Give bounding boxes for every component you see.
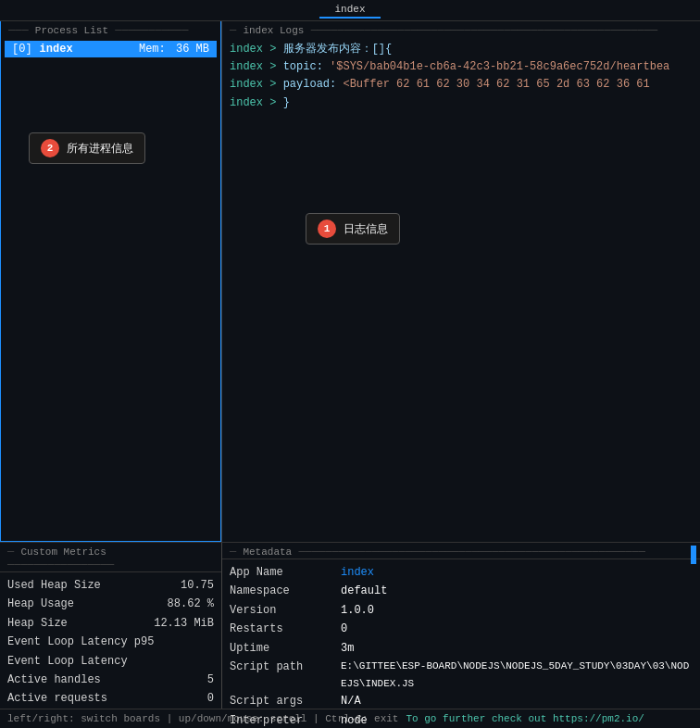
metrics-header: ─ Custom Metrics ────────────────	[0, 543, 221, 572]
metadata-field-value: 0	[341, 620, 347, 638]
metadata-field-key: Uptime	[230, 639, 341, 658]
tooltip-text-1: 日志信息	[344, 221, 388, 237]
metadata-field-key: Restarts	[230, 620, 341, 638]
metric-label: Event Loop Latency p95	[7, 633, 154, 651]
metric-row: Heap Size12.13 MiB	[7, 614, 214, 633]
logs-title: index Logs	[243, 25, 304, 36]
metadata-field-value: node	[341, 711, 368, 728]
metadata-blue-indicator	[691, 546, 696, 564]
metric-value: 12.13 MiB	[154, 614, 214, 633]
metadata-field-value: default	[341, 582, 387, 600]
log-line-1: index > 服务器发布内容：[]{	[230, 41, 693, 58]
process-item[interactable]: [0] index Mem: 36 MB	[5, 41, 217, 57]
metadata-content: App NameindexNamespacedefaultVersion1.0.…	[222, 559, 700, 728]
metric-row: Event Loop Latency p95	[7, 633, 214, 651]
metrics-title: Custom Metrics	[20, 546, 106, 558]
tooltip-number-2: 2	[41, 139, 59, 157]
metric-label: Active requests	[7, 689, 107, 708]
metric-value: 5	[207, 671, 214, 689]
metric-row: Active requests0	[7, 689, 214, 708]
log-line-2: index > topic: '$SYS/bab04b1e-cb6a-42c3-…	[230, 58, 693, 76]
metric-row: Used Heap Size10.75	[7, 576, 214, 595]
tooltip-text-2: 所有进程信息	[67, 141, 133, 157]
metadata-row: Script argsN/A	[230, 692, 693, 710]
log-line-3: index > payload: <Buffer 62 61 62 30 34 …	[230, 76, 693, 94]
process-tooltip: 2 所有进程信息	[29, 132, 145, 164]
metadata-field-value: index	[341, 563, 374, 582]
metadata-field-value: E:\GITTEE\ESP-BOARD\NODEJS\NODEJS_5DAY_S…	[341, 658, 693, 692]
process-mem: Mem: 36 MB	[139, 43, 209, 56]
metric-label: Event Loop Latency	[7, 652, 128, 671]
process-list-header: ─── Process List ───────────	[1, 21, 220, 37]
tab-index[interactable]: index	[319, 2, 380, 19]
metadata-field-value: N/A	[341, 692, 361, 710]
metric-label: Heap Size	[7, 614, 68, 633]
metric-label: Heap Usage	[7, 595, 74, 613]
metrics-panel: ─ Custom Metrics ──────────────── Used H…	[0, 543, 222, 709]
metadata-row: Uptime3m	[230, 639, 693, 658]
metadata-row: Namespacedefault	[230, 582, 693, 600]
logs-tooltip: 1 日志信息	[306, 213, 400, 245]
metadata-field-key: Interpreter	[230, 711, 341, 728]
process-list-panel: ─── Process List ─────────── [0] index M…	[0, 21, 222, 542]
metric-value: 10.75	[181, 576, 214, 595]
metadata-field-key: Namespace	[230, 582, 341, 600]
metadata-field-value: 1.0.0	[341, 601, 374, 620]
metric-label: Active handles	[7, 671, 101, 689]
metadata-panel: ─ Metadata ─────────────────────────────…	[222, 543, 700, 709]
metadata-row: App Nameindex	[230, 563, 693, 582]
process-list-title: Process List	[35, 25, 108, 36]
metric-label: Used Heap Size	[7, 576, 101, 595]
metric-row: Event Loop Latency	[7, 652, 214, 671]
metadata-field-value: 3m	[341, 639, 354, 658]
log-line-4: index > }	[230, 94, 693, 112]
metadata-row: Restarts0	[230, 620, 693, 638]
bottom-area: ─ Custom Metrics ──────────────── Used H…	[0, 542, 700, 709]
metadata-row: Interpreternode	[230, 711, 693, 728]
metadata-field-key: Script path	[230, 658, 341, 692]
tabs-bar[interactable]: index	[0, 0, 700, 21]
header-dashes-left: ───	[8, 24, 35, 37]
metadata-field-key: Script args	[230, 692, 341, 710]
metric-row: Heap Usage88.62 %	[7, 595, 214, 613]
main-area: ─── Process List ─────────── [0] index M…	[0, 21, 700, 542]
process-id: [0]	[12, 43, 32, 56]
metadata-field-key: Version	[230, 601, 341, 620]
metrics-content: Used Heap Size10.75Heap Usage88.62 %Heap…	[0, 572, 221, 712]
logs-header: ─ index Logs ───────────────────────────…	[222, 21, 700, 37]
metric-value: 0	[207, 689, 214, 708]
logs-panel: ─ index Logs ───────────────────────────…	[222, 21, 700, 542]
metric-value: 88.62 %	[168, 595, 214, 613]
process-name: index	[40, 43, 73, 56]
metadata-field-key: App Name	[230, 563, 341, 582]
metadata-title: Metadata	[243, 546, 292, 558]
header-dashes-right: ───────────	[115, 24, 188, 37]
tooltip-number-1: 1	[318, 220, 336, 238]
metadata-header: ─ Metadata ─────────────────────────────…	[222, 543, 700, 559]
metric-row: Active handles5	[7, 671, 214, 689]
metadata-row: Script pathE:\GITTEE\ESP-BOARD\NODEJS\NO…	[230, 658, 693, 692]
process-list-section: ─── Process List ─────────── [0] index M…	[0, 21, 221, 542]
logs-content: index > 服务器发布内容：[]{ index > topic: '$SYS…	[222, 37, 700, 542]
metadata-row: Version1.0.0	[230, 601, 693, 620]
